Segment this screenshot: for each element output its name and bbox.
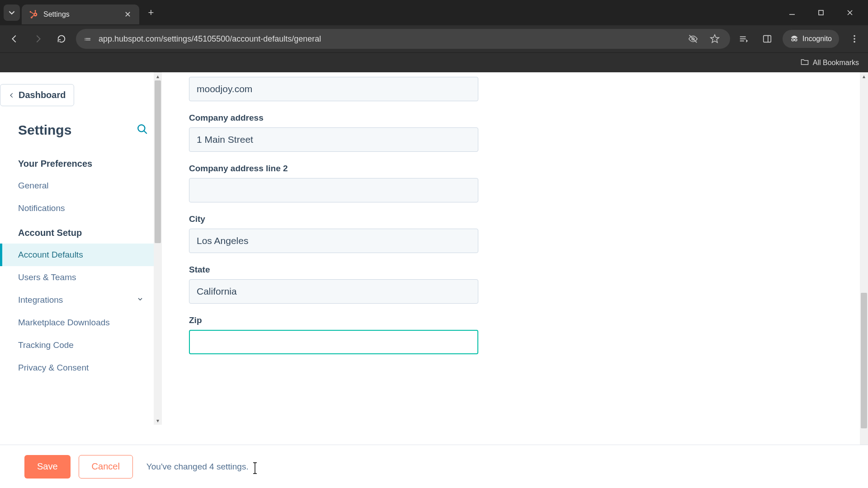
sidebar-item-account-defaults[interactable]: Account Defaults — [0, 244, 162, 266]
section-title-preferences: Your Preferences — [0, 150, 162, 174]
new-tab-button[interactable]: + — [143, 5, 159, 21]
window-controls — [783, 5, 864, 21]
sidebar-item-integrations[interactable]: Integrations — [0, 289, 162, 311]
cancel-button[interactable]: Cancel — [79, 455, 133, 479]
tab-bar: Settings ✕ + — [0, 0, 868, 25]
svg-rect-13 — [86, 40, 90, 41]
company-address-input[interactable] — [189, 127, 478, 152]
tab-title: Settings — [43, 10, 118, 19]
incognito-chip[interactable]: Incognito — [783, 30, 839, 48]
settings-sidebar: Dashboard Settings Your Preferences Gene… — [0, 72, 162, 488]
address-bar: Incognito — [0, 25, 868, 52]
eye-off-icon[interactable] — [685, 31, 701, 47]
svg-rect-19 — [740, 38, 746, 39]
main-scrollbar[interactable]: ▴ ▾ — [860, 72, 868, 488]
svg-point-24 — [795, 39, 797, 41]
save-bar: Save Cancel You've changed 4 settings. — [0, 445, 868, 488]
city-label: City — [189, 214, 478, 224]
nav-back-button[interactable] — [5, 30, 24, 48]
zip-label: Zip — [189, 315, 478, 325]
section-title-account-setup: Account Setup — [0, 220, 162, 244]
settings-search-icon[interactable] — [137, 123, 148, 137]
svg-point-5 — [35, 10, 36, 11]
window-close-button[interactable] — [841, 5, 859, 21]
back-to-dashboard-label: Dashboard — [19, 90, 66, 100]
bookmarks-bar: All Bookmarks — [0, 52, 868, 72]
tab-search-dropdown[interactable] — [4, 5, 20, 21]
sidebar-scrollbar[interactable]: ▴ ▾ — [154, 72, 162, 425]
changes-message: You've changed 4 settings. — [146, 462, 249, 472]
svg-line-30 — [144, 131, 147, 134]
scrollbar-thumb[interactable] — [861, 293, 867, 428]
sidebar-item-notifications[interactable]: Notifications — [0, 197, 162, 220]
svg-rect-20 — [740, 41, 744, 42]
nav-forward-button[interactable] — [29, 30, 47, 48]
settings-form: Company address Company address line 2 C… — [162, 72, 868, 488]
scroll-up-arrow-icon[interactable]: ▴ — [156, 72, 159, 80]
scrollbar-thumb[interactable] — [155, 80, 161, 243]
svg-point-1 — [35, 14, 36, 15]
svg-rect-9 — [819, 10, 823, 15]
chevron-down-icon — [137, 295, 144, 305]
settings-title: Settings — [18, 122, 71, 138]
media-control-icon[interactable] — [736, 31, 752, 47]
all-bookmarks-label: All Bookmarks — [813, 59, 859, 67]
url-input[interactable] — [99, 34, 679, 44]
state-input[interactable] — [189, 279, 478, 304]
scroll-down-arrow-icon[interactable]: ▾ — [156, 417, 159, 425]
sidebar-item-users-teams[interactable]: Users & Teams — [0, 266, 162, 289]
svg-point-7 — [31, 17, 33, 18]
svg-point-15 — [85, 40, 85, 41]
svg-point-23 — [792, 39, 794, 41]
svg-point-6 — [30, 11, 31, 13]
svg-rect-18 — [740, 37, 746, 38]
sidebar-item-general[interactable]: General — [0, 174, 162, 197]
svg-rect-12 — [86, 38, 90, 39]
site-info-icon[interactable] — [83, 34, 93, 44]
back-to-dashboard-button[interactable]: Dashboard — [0, 84, 74, 106]
city-input[interactable] — [189, 229, 478, 253]
sidebar-section-account-setup: Account Setup Account Defaults Users & T… — [0, 220, 162, 379]
nav-reload-button[interactable] — [52, 30, 71, 48]
hubspot-favicon-icon — [29, 10, 38, 19]
window-maximize-button[interactable] — [812, 5, 830, 21]
sidebar-section-preferences: Your Preferences General Notifications — [0, 150, 162, 220]
incognito-label: Incognito — [802, 35, 832, 43]
svg-point-27 — [854, 38, 855, 40]
tab-close-icon[interactable]: ✕ — [123, 9, 132, 19]
zip-input[interactable] — [189, 330, 478, 354]
svg-point-29 — [138, 125, 145, 131]
incognito-icon — [790, 33, 799, 44]
window-minimize-button[interactable] — [783, 5, 801, 21]
svg-point-14 — [85, 38, 85, 39]
url-box[interactable] — [76, 29, 730, 49]
save-button[interactable]: Save — [24, 455, 71, 479]
state-label: State — [189, 265, 478, 275]
side-panel-icon[interactable] — [759, 31, 775, 47]
company-address-2-input[interactable] — [189, 178, 478, 202]
sidebar-item-privacy-consent[interactable]: Privacy & Consent — [0, 357, 162, 379]
browser-tab[interactable]: Settings ✕ — [22, 5, 139, 24]
all-bookmarks-button[interactable]: All Bookmarks — [800, 57, 859, 68]
scroll-up-arrow-icon[interactable]: ▴ — [863, 72, 865, 80]
company-address-2-label: Company address line 2 — [189, 164, 478, 174]
bookmark-star-icon[interactable] — [707, 31, 723, 47]
company-address-label: Company address — [189, 113, 478, 123]
svg-rect-21 — [764, 36, 771, 42]
chevron-left-icon — [9, 92, 15, 99]
kebab-menu-icon[interactable] — [846, 31, 863, 47]
company-domain-input[interactable] — [189, 77, 478, 101]
sidebar-item-tracking-code[interactable]: Tracking Code — [0, 334, 162, 357]
sidebar-item-marketplace-downloads[interactable]: Marketplace Downloads — [0, 311, 162, 334]
svg-point-26 — [854, 35, 855, 37]
folder-icon — [800, 57, 809, 68]
svg-point-28 — [854, 41, 855, 43]
